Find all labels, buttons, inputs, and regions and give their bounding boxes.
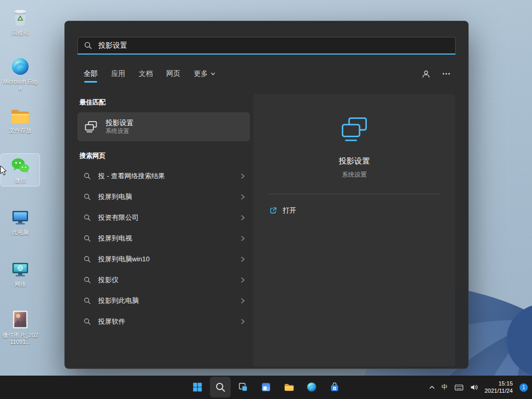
clock-time: 15:15: [485, 380, 513, 388]
chevron-right-icon[interactable]: [240, 277, 246, 283]
edge-icon: [306, 381, 317, 393]
search-icon: [84, 276, 91, 284]
search-box[interactable]: [77, 37, 456, 55]
tab-apps[interactable]: 应用: [111, 69, 125, 78]
clock[interactable]: 15:15 2021/11/24: [485, 380, 513, 394]
tab-web[interactable]: 网页: [166, 69, 180, 78]
tab-label: 全部: [84, 69, 98, 78]
widgets-button[interactable]: [256, 377, 276, 397]
tab-more[interactable]: 更多: [194, 69, 216, 78]
this-pc-icon: [10, 208, 31, 228]
projection-screens-icon-large: [338, 115, 370, 145]
web-search-text: 投影仪: [98, 275, 118, 285]
search-tabs: 全部 应用 文档 网页 更多: [84, 66, 455, 82]
web-search-text: 投 - 查看网络搜索结果: [98, 171, 165, 181]
desktop-icon-label: 回收站: [12, 30, 29, 36]
tray-chevron-up-icon[interactable]: [429, 385, 435, 389]
search-flyout: 全部 应用 文档 网页 更多 最佳匹配: [64, 21, 469, 369]
desktop-icon-edge[interactable]: Microsoft Edge: [1, 54, 39, 94]
web-search-row[interactable]: 投影到此电脑: [77, 290, 250, 311]
tab-documents[interactable]: 文档: [139, 69, 153, 78]
desktop-icon-recycle-bin[interactable]: 回收站: [1, 4, 39, 38]
best-match-title: 投影设置: [105, 118, 134, 127]
preview-divider: [268, 194, 441, 194]
search-icon: [84, 172, 91, 180]
web-search-row[interactable]: 投屏软件: [77, 311, 250, 332]
web-search-row[interactable]: 投影仪: [77, 270, 250, 290]
best-match-item[interactable]: 投影设置 系统设置: [77, 112, 250, 141]
open-button[interactable]: 打开: [269, 206, 296, 215]
taskbar: 中 15:15 2021/11/24 1: [0, 376, 532, 399]
search-taskbar-button[interactable]: [210, 377, 231, 397]
search-icon: [84, 193, 91, 201]
tab-all[interactable]: 全部: [84, 69, 98, 78]
account-icon[interactable]: [421, 70, 431, 78]
widgets-icon: [260, 381, 272, 393]
search-icon: [84, 214, 91, 221]
preview-title: 投影设置: [339, 156, 370, 166]
search-icon: [84, 235, 91, 242]
microsoft-store-button[interactable]: [324, 377, 345, 397]
chevron-right-icon[interactable]: [240, 194, 246, 200]
web-search-heading: 搜索网页: [79, 152, 250, 161]
ime-indicator[interactable]: 中: [442, 383, 448, 392]
desktop-icon-label: 微信: [15, 177, 26, 184]
wechat-icon: [10, 156, 31, 176]
start-button[interactable]: [187, 377, 208, 397]
image-file-icon: [10, 309, 31, 330]
web-search-text: 投屏软件: [98, 317, 125, 326]
search-icon: [84, 42, 92, 49]
web-search-row[interactable]: 投屏到电脑win10: [77, 249, 250, 270]
web-search-text: 投影到此电脑: [98, 296, 139, 305]
more-options-icon[interactable]: [442, 72, 450, 75]
file-explorer-icon: [283, 381, 295, 393]
web-search-text: 投屏到电视: [98, 234, 132, 243]
desktop-icon-wechat[interactable]: 微信: [1, 154, 39, 186]
desktop-icon-folder[interactable]: 文件存放: [1, 105, 39, 136]
volume-icon[interactable]: [470, 384, 478, 391]
taskbar-center: [187, 377, 345, 397]
chevron-right-icon[interactable]: [240, 215, 246, 221]
windows-logo-icon: [192, 381, 203, 393]
chevron-right-icon[interactable]: [240, 235, 246, 242]
web-search-row[interactable]: 投屏到电脑: [77, 187, 250, 207]
desktop-icon-this-pc[interactable]: 此电脑: [1, 206, 39, 238]
chevron-down-icon: [210, 71, 216, 76]
system-tray: 中 15:15 2021/11/24 1: [429, 376, 528, 399]
search-input[interactable]: [97, 41, 449, 50]
best-match-subtitle: 系统设置: [105, 127, 134, 135]
edge-browser-button[interactable]: [301, 377, 322, 397]
preview-pane: 投影设置 系统设置 打开: [254, 94, 455, 366]
recycle-bin-icon: [10, 6, 31, 28]
chevron-right-icon[interactable]: [240, 318, 246, 325]
web-search-row[interactable]: 投 - 查看网络搜索结果: [77, 166, 250, 187]
search-icon: [84, 318, 91, 325]
desktop-icon-network[interactable]: 网络: [1, 258, 39, 290]
preview-subtitle: 系统设置: [342, 170, 367, 179]
store-icon: [329, 381, 340, 393]
best-match-heading: 最佳匹配: [79, 98, 250, 107]
desktop-icon-label: Microsoft Edge: [2, 78, 38, 92]
projection-screens-icon: [84, 119, 98, 134]
desktop-icon-image-file[interactable]: 微信图片_20211091...: [1, 307, 39, 348]
chevron-right-icon[interactable]: [240, 173, 246, 179]
task-view-button[interactable]: [233, 377, 254, 397]
touch-keyboard-icon[interactable]: [455, 384, 463, 391]
search-icon: [84, 256, 91, 263]
open-label: 打开: [283, 206, 296, 215]
notification-badge[interactable]: 1: [520, 383, 528, 392]
folder-icon: [9, 107, 31, 126]
web-search-text: 投屏到电脑: [98, 192, 132, 202]
desktop-icon-label: 网络: [15, 281, 26, 288]
external-link-icon: [269, 206, 277, 215]
chevron-right-icon[interactable]: [240, 256, 246, 262]
tab-label: 网页: [166, 69, 180, 78]
web-search-row[interactable]: 投资有限公司: [77, 207, 250, 228]
chevron-right-icon[interactable]: [240, 298, 246, 304]
file-explorer-button[interactable]: [278, 377, 299, 397]
edge-icon: [10, 56, 31, 77]
desktop-icon-label: 文件存放: [9, 127, 32, 134]
desktop-icon-label: 此电脑: [12, 229, 29, 236]
tab-label: 更多: [194, 69, 208, 78]
web-search-row[interactable]: 投屏到电视: [77, 228, 250, 249]
